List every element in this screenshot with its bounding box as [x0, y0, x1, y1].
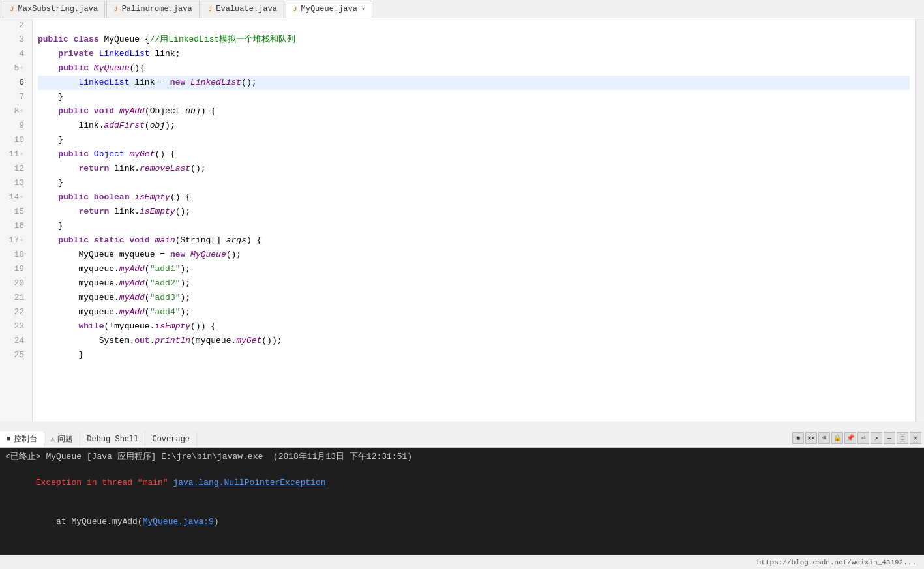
code-line-11: public Object myGet() { [38, 147, 910, 162]
tab-myqueue[interactable]: J MyQueue.java ✕ [286, 1, 372, 18]
code-line-20: myqueue.myAdd("add2"); [38, 276, 910, 291]
line-num-23: 23 [5, 319, 27, 334]
line-num-2: 2 [5, 18, 27, 33]
tab-bar: J MaxSubstring.java J Palindrome.java J … [0, 0, 924, 18]
error-line: Exception in thread "main" java.lang.Nul… [5, 463, 919, 503]
code-line-24: System.out.println(myqueue.myGet()); [38, 334, 910, 348]
nullpointer-link[interactable]: java.lang.NullPointerException [173, 478, 325, 488]
tab-problems[interactable]: ⚠ 问题 [44, 431, 81, 447]
line-numbers: 2 3 4 5◦ 6 7 8◦ 9 10 11◦ 12 13 14◦ 15 16… [0, 18, 33, 422]
horizontal-scrollbar[interactable] [0, 422, 924, 431]
close-icon[interactable]: ✕ [361, 5, 365, 13]
code-line-8: public void myAdd(Object obj) { [38, 104, 910, 119]
tab-debug-shell[interactable]: Debug Shell [80, 431, 145, 447]
line-num-24: 24 [5, 334, 27, 348]
bottom-right-toolbar: ■ ✕✕ ⌫ 🔒 📌 ⏎ ↗ — □ ✕ [792, 432, 921, 444]
code-line-15: return link.isEmpty(); [38, 205, 910, 219]
java-file-icon: J [113, 5, 118, 13]
code-line-13: } [38, 176, 910, 190]
line-num-8: 8◦ [5, 104, 27, 119]
bottom-panel: ■ 控制台 ⚠ 问题 Debug Shell Coverage ■ ✕✕ ⌫ 🔒… [0, 431, 924, 555]
code-line-10: } [38, 133, 910, 147]
close-panel-icon[interactable]: ✕ [910, 432, 921, 444]
code-line-2 [38, 18, 910, 33]
tab-coverage[interactable]: Coverage [145, 431, 197, 447]
stop-icon[interactable]: ■ [792, 432, 804, 444]
line-num-7: 7 [5, 90, 27, 104]
tab-console[interactable]: ■ 控制台 [0, 431, 44, 447]
line-num-25: 25 [5, 348, 27, 362]
line-num-6: 6 [5, 76, 27, 90]
problems-icon: ⚠ [51, 435, 55, 443]
code-line-12: return link.removeLast(); [38, 162, 910, 176]
code-line-3: public class MyQueue {//用LinkedList模拟一个堆… [38, 33, 910, 47]
line-num-17: 17◦ [5, 233, 27, 248]
editor-area: 2 3 4 5◦ 6 7 8◦ 9 10 11◦ 12 13 14◦ 15 16… [0, 18, 924, 422]
line-num-9: 9 [5, 119, 27, 133]
line-num-14: 14◦ [5, 190, 27, 205]
code-line-23: while(!myqueue.isEmpty()) { [38, 319, 910, 334]
status-url: https://blog.csdn.net/weixin_43192... [757, 559, 916, 566]
code-line-21: myqueue.myAdd("add3"); [38, 291, 910, 305]
line-num-19: 19 [5, 262, 27, 276]
console-icon: ■ [7, 435, 11, 443]
code-line-17: public static void main(String[] args) { [38, 233, 910, 248]
status-bar: https://blog.csdn.net/weixin_43192... [0, 555, 924, 569]
tab-maxsubstring[interactable]: J MaxSubstring.java [3, 1, 105, 18]
code-line-5: public MyQueue(){ [38, 61, 910, 76]
line-num-16: 16 [5, 219, 27, 233]
console-output: <已终止> MyQueue [Java 应用程序] E:\jre\bin\jav… [0, 448, 924, 555]
stack1-line: at MyQueue.myAdd(MyQueue.java:9) [5, 503, 919, 542]
code-line-4: private LinkedList link; [38, 47, 910, 61]
minimize-panel-icon[interactable]: — [884, 432, 895, 444]
line-num-4: 4 [5, 47, 27, 61]
line-num-5: 5◦ [5, 61, 27, 76]
pin-console-icon[interactable]: 📌 [844, 432, 856, 444]
maximize-panel-icon[interactable]: □ [897, 432, 908, 444]
code-line-9: link.addFirst(obj); [38, 119, 910, 133]
line-num-15: 15 [5, 205, 27, 219]
java-file-icon: J [208, 5, 213, 13]
line-num-20: 20 [5, 276, 27, 291]
code-line-16: } [38, 219, 910, 233]
code-line-18: MyQueue myqueue = new MyQueue(); [38, 248, 910, 262]
line-num-10: 10 [5, 133, 27, 147]
code-line-14: public boolean isEmpty() { [38, 190, 910, 205]
scroll-lock-icon[interactable]: 🔒 [831, 432, 843, 444]
tab-evaluate[interactable]: J Evaluate.java [201, 1, 284, 18]
tab-palindrome[interactable]: J Palindrome.java [106, 1, 200, 18]
code-editor[interactable]: public class MyQueue {//用LinkedList模拟一个堆… [33, 18, 915, 422]
line-num-13: 13 [5, 176, 27, 190]
code-line-25: } [38, 348, 910, 362]
line-num-21: 21 [5, 291, 27, 305]
java-file-icon: J [10, 5, 14, 13]
bottom-tabs-row: ■ 控制台 ⚠ 问题 Debug Shell Coverage ■ ✕✕ ⌫ 🔒… [0, 431, 924, 448]
code-line-19: myqueue.myAdd("add1"); [38, 262, 910, 276]
stack1-link[interactable]: MyQueue.java:9 [143, 517, 214, 527]
line-num-22: 22 [5, 305, 27, 319]
stack2-line: at MyQueue.main(MyQueue.java:19) [5, 542, 919, 555]
line-num-12: 12 [5, 162, 27, 176]
line-num-18: 18 [5, 248, 27, 262]
line-num-3: 3 [5, 33, 27, 47]
open-console-icon[interactable]: ↗ [871, 432, 882, 444]
code-line-22: myqueue.myAdd("add4"); [38, 305, 910, 319]
word-wrap-icon[interactable]: ⏎ [857, 432, 869, 444]
vertical-scrollbar[interactable] [915, 18, 924, 422]
code-line-6: LinkedList link = new LinkedList(); [38, 76, 910, 90]
remove-all-terminated-icon[interactable]: ✕✕ [805, 432, 817, 444]
java-file-icon: J [293, 5, 297, 13]
clear-console-icon[interactable]: ⌫ [818, 432, 830, 444]
code-line-7: } [38, 90, 910, 104]
terminated-line: <已终止> MyQueue [Java 应用程序] E:\jre\bin\jav… [5, 450, 919, 463]
line-num-11: 11◦ [5, 147, 27, 162]
